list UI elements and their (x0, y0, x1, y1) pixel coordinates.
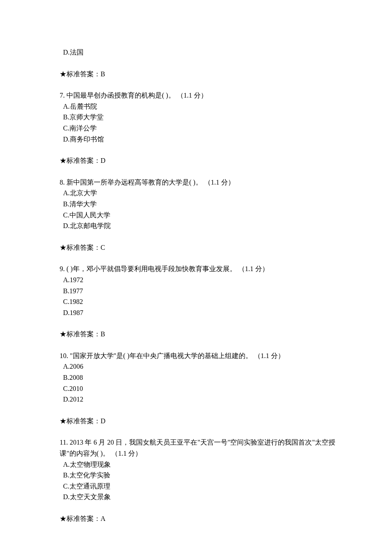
question-7: 7. 中国最早创办函授教育的机构是( )。 （1.1 分） A.岳麓书院 B.京… (60, 90, 337, 166)
option-a: A.北京大学 (60, 188, 337, 199)
answer-line: ★标准答案：C (60, 242, 337, 253)
answer-line: ★标准答案：D (60, 416, 337, 427)
option-b: B.2008 (60, 372, 337, 383)
option-c: C.南洋公学 (60, 123, 337, 134)
option-d: D.太空天文景象 (60, 491, 337, 503)
option-d: D.北京邮电学院 (60, 220, 337, 231)
option-c: C.太空通讯原理 (60, 481, 337, 492)
option-b: B.1977 (60, 286, 337, 297)
question-6-partial: D.法国 ★标准答案：B (60, 47, 337, 79)
question-9: 9. ( )年，邓小平就倡导要利用电视手段加快教育事业发展。 （1.1 分） A… (60, 263, 337, 340)
question-stem: 9. ( )年，邓小平就倡导要利用电视手段加快教育事业发展。 （1.1 分） (60, 263, 337, 275)
option-d: D.法国 (60, 47, 337, 58)
option-d: D.1987 (60, 307, 337, 318)
option-b: B.清华大学 (60, 199, 337, 210)
question-stem: 11. 2013 年 6 月 20 日，我国女航天员王亚平在"天宫一号"空间实验… (60, 437, 337, 459)
question-stem: 8. 新中国第一所举办远程高等教育的大学是( )。 （1.1 分） (60, 177, 337, 188)
question-11: 11. 2013 年 6 月 20 日，我国女航天员王亚平在"天宫一号"空间实验… (60, 437, 337, 524)
option-d: D.2012 (60, 394, 337, 405)
option-a: A.岳麓书院 (60, 101, 337, 112)
answer-line: ★标准答案：B (60, 329, 337, 340)
question-stem: 10. "国家开放大学"是( )年在中央广播电视大学的基础上组建的。 （1.1 … (60, 350, 337, 361)
answer-line: ★标准答案：A (60, 513, 337, 524)
question-stem: 7. 中国最早创办函授教育的机构是( )。 （1.1 分） (60, 90, 337, 101)
answer-line: ★标准答案：B (60, 69, 337, 80)
option-a: A.1972 (60, 275, 337, 286)
answer-line: ★标准答案：D (60, 155, 337, 166)
option-b: B.京师大学堂 (60, 112, 337, 123)
option-c: C.1982 (60, 296, 337, 307)
option-b: B.太空化学实验 (60, 470, 337, 481)
option-a: A.太空物理现象 (60, 459, 337, 470)
option-d: D.商务印书馆 (60, 134, 337, 145)
question-8: 8. 新中国第一所举办远程高等教育的大学是( )。 （1.1 分） A.北京大学… (60, 177, 337, 253)
document-page: D.法国 ★标准答案：B 7. 中国最早创办函授教育的机构是( )。 （1.1 … (0, 0, 392, 555)
option-a: A.2006 (60, 361, 337, 372)
option-c: C.2010 (60, 383, 337, 394)
option-c: C.中国人民大学 (60, 210, 337, 221)
question-10: 10. "国家开放大学"是( )年在中央广播电视大学的基础上组建的。 （1.1 … (60, 350, 337, 427)
